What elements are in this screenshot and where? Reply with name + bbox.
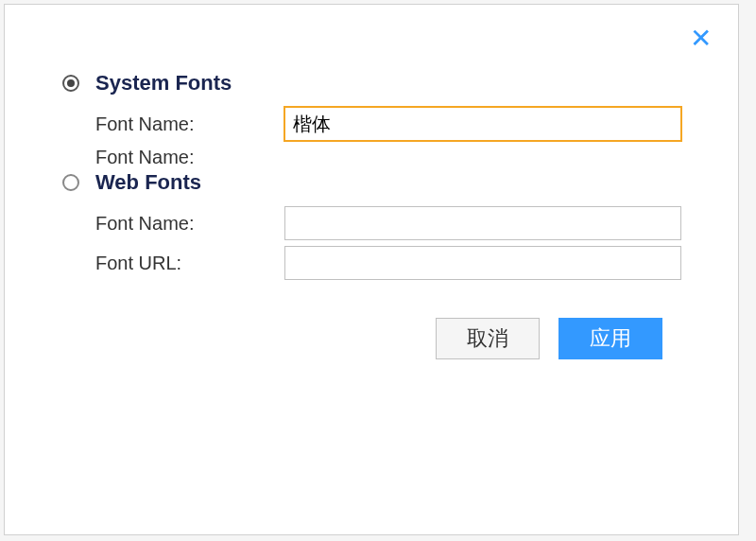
system-font-name-row: Font Name: (95, 107, 681, 141)
system-font-name2-row: Font Name: (95, 147, 681, 168)
system-fonts-title: System Fonts (95, 71, 232, 96)
web-fonts-option[interactable]: Web Fonts (61, 170, 681, 195)
cancel-button[interactable]: 取消 (436, 318, 540, 359)
close-icon[interactable]: ✕ (690, 26, 712, 52)
radio-web-fonts[interactable] (61, 173, 80, 192)
system-font-name-label: Font Name: (95, 113, 284, 135)
system-fonts-option[interactable]: System Fonts (61, 71, 681, 96)
web-fonts-title: Web Fonts (95, 170, 201, 195)
font-dialog: ✕ System Fonts Font Name: Font Name: Web… (4, 4, 739, 535)
system-font-name-input[interactable] (284, 107, 681, 141)
radio-system-fonts[interactable] (61, 74, 80, 93)
web-font-url-input[interactable] (284, 246, 681, 280)
apply-button[interactable]: 应用 (558, 318, 662, 359)
web-font-name-label: Font Name: (95, 213, 284, 235)
dialog-content: System Fonts Font Name: Font Name: Web F… (5, 5, 738, 397)
web-font-name-input[interactable] (284, 206, 681, 240)
web-font-name-row: Font Name: (95, 206, 681, 240)
button-row: 取消 应用 (61, 318, 681, 359)
system-font-name2-label: Font Name: (95, 147, 284, 168)
web-font-url-row: Font URL: (95, 246, 681, 280)
web-font-url-label: Font URL: (95, 253, 284, 274)
